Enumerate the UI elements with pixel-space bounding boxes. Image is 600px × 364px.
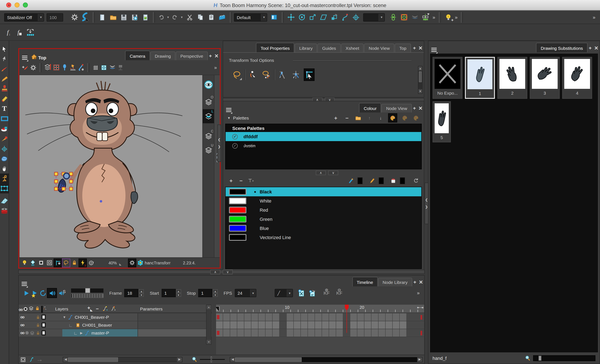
frame-cell[interactable] [223,321,230,329]
stamp-tool[interactable] [0,84,9,94]
frame-cell[interactable] [216,329,223,337]
swatch-row-blue[interactable]: Blue [226,224,421,233]
open-scene-button[interactable] [108,12,118,23]
spline-offset-tool-button[interactable] [340,12,351,23]
function-editor-icon[interactable]: f↓ [3,27,14,38]
frame-cell[interactable] [371,321,379,329]
add-view-button[interactable]: + [412,279,418,285]
frame-cell[interactable] [336,329,343,337]
pencil-tool[interactable] [0,74,9,84]
frame-cell[interactable] [315,313,322,321]
toggle-colour-mode[interactable]: C [203,129,214,143]
fps-dropdown[interactable]: 24▼ [234,289,256,297]
frame-cell[interactable] [265,321,272,329]
tab-node-view-2[interactable]: Node View [382,104,412,112]
brush-tool[interactable] [0,64,9,74]
frame-cell[interactable] [386,329,393,337]
lasso-select-mode-button[interactable]: ◢ [231,68,242,81]
fast-preview-lightning-icon[interactable]: z [79,258,87,267]
frame-cell[interactable] [258,321,265,329]
substitutions-menu-icon[interactable] [431,48,437,52]
matte-view-icon[interactable] [37,258,45,267]
effects-flower-icon[interactable] [137,258,145,267]
frame-cell[interactable] [322,329,329,337]
add-texture-button[interactable]: ⊤+ [247,177,255,184]
frame-cell[interactable] [251,329,258,337]
maintain-size-tool-button[interactable] [329,12,340,23]
add-drawing-exposure-button[interactable] [296,288,307,298]
blue-peg-button[interactable] [60,62,69,73]
translate-tool-button[interactable] [286,12,297,23]
object-outline-button[interactable] [399,12,410,23]
edit-pivot-tool[interactable] [0,144,9,154]
layer-row-master-p[interactable]: oo ∟ ▶ master-P + [19,329,212,337]
camera-panel-menu-icon[interactable] [22,56,28,60]
brush-colour-icon[interactable] [347,177,355,184]
frame-cell[interactable] [308,329,315,337]
frame-cell[interactable] [308,321,315,329]
close-view-button[interactable]: ✕ [417,45,424,51]
frame-cell[interactable] [244,313,251,321]
toolbar-overflow-chevron[interactable]: » [591,14,597,20]
select-figure-mode-button[interactable] [248,68,258,81]
onion-peg-button[interactable] [44,62,52,73]
reset-view-icon[interactable] [87,258,95,267]
render-view-button[interactable] [269,12,280,23]
frame-cell[interactable] [329,313,336,321]
add-layer-button[interactable]: +◣ [87,305,93,312]
tab-colour[interactable]: Colour [359,103,381,112]
align-button[interactable] [116,62,125,73]
frame-cell[interactable] [294,329,301,337]
frame-spinner[interactable]: 18 ▲▼ [124,289,144,297]
tab-tool-properties[interactable]: Tool Properties [256,43,294,52]
layer-row-beaver-p[interactable]: oo ▼ CH001_Beaver-P + [19,313,212,321]
solo-mode-icon[interactable] [24,307,28,311]
peg-visibility-button[interactable] [77,62,85,73]
frame-cell[interactable] [350,321,357,329]
sound-button[interactable] [47,288,57,298]
remove-palette-button[interactable]: − [343,114,351,122]
add-view-button[interactable]: + [208,53,213,59]
palette-folder-button[interactable] [355,114,362,122]
frame-cell[interactable] [371,313,379,321]
substitution-cell-noexpo[interactable]: No Expo... [432,57,462,99]
frame-cell[interactable] [364,313,371,321]
tab-timeline[interactable]: Timeline [352,277,378,286]
frame-cell[interactable] [258,313,265,321]
delete-layer-button[interactable]: − [96,306,99,311]
substitution-cell-3[interactable]: 3 [530,57,560,99]
frame-cell[interactable] [364,321,371,329]
show-grid-button[interactable] [91,62,100,73]
frame-cell[interactable] [322,313,329,321]
frame-cell[interactable] [379,329,386,337]
add-drawing-layer-button2[interactable] [110,306,115,311]
tab-xsheet[interactable]: Xsheet [341,44,364,52]
pencil-colour-swatch[interactable] [379,177,384,184]
save-button[interactable] [118,12,129,23]
frame-cell[interactable] [251,313,258,321]
pencil-colour-icon[interactable] [368,177,376,184]
palette-options-button[interactable] [412,114,420,122]
cutter-tool[interactable] [0,54,9,64]
add-peg-button[interactable] [102,306,107,311]
redo-dropdown-arrow[interactable]: ▼ [179,16,185,19]
layers-scrollbar[interactable]: ▲▼ [206,305,212,345]
volume-slider[interactable] [71,288,103,298]
playhead[interactable] [347,305,347,333]
pencil-settings-gear-icon[interactable] [69,12,80,23]
frame-cell[interactable] [287,321,294,329]
frame-cell[interactable] [357,329,364,337]
tab-node-library[interactable]: Node Library [378,278,412,286]
tab-perspective[interactable]: Perspective [176,52,208,60]
timeline-menu-icon[interactable] [22,282,27,286]
display-dropdown[interactable]: Default▼ [234,13,267,21]
frame-cell[interactable] [350,313,357,321]
play-button[interactable] [22,288,30,298]
render-preview-eye-icon[interactable] [203,78,214,92]
tool-properties-scrollbar[interactable]: ▲▼ [418,66,422,94]
current-drawing-on-top-icon[interactable] [29,258,37,267]
marker-range-icon[interactable] [25,27,36,38]
solo-toggle-icon[interactable] [19,355,27,364]
redo-button[interactable] [171,12,179,23]
show-hide-all-icon[interactable]: oo [19,307,22,311]
